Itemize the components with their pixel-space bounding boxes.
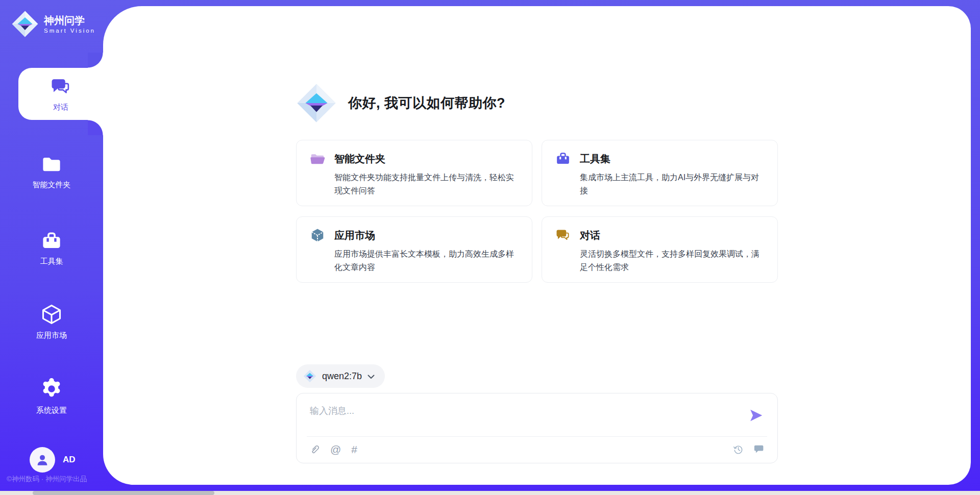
card-smart-folder[interactable]: 智能文件夹 智能文件夹功能支持批量文件上传与清洗，轻松实现文件问答 xyxy=(296,140,532,206)
message-composer: @ # xyxy=(296,393,778,463)
composer-toolbar: @ # xyxy=(297,436,777,463)
app-logo: 神州问学 Smart Vision xyxy=(11,10,95,38)
cube-icon xyxy=(40,303,63,326)
feature-cards: 智能文件夹 智能文件夹功能支持批量文件上传与清洗，轻松实现文件问答 工具集 集成… xyxy=(296,140,778,283)
folder-icon xyxy=(41,154,62,175)
sidebar-item-label: 对话 xyxy=(53,103,68,112)
brand-name: 神州问学 xyxy=(44,15,95,27)
chat-bubbles-icon xyxy=(50,76,71,97)
horizontal-scrollbar-thumb[interactable] xyxy=(33,491,214,495)
sidebar-item-chat[interactable]: 对话 xyxy=(18,68,103,120)
brand-subtitle: Smart Vision xyxy=(44,28,95,34)
gear-icon xyxy=(40,377,63,401)
card-title: 工具集 xyxy=(580,152,764,166)
sidebar-item-toolset[interactable]: 工具集 xyxy=(0,224,103,273)
card-title: 智能文件夹 xyxy=(334,152,519,166)
sidebar-item-label: 系统设置 xyxy=(36,406,67,415)
card-description: 应用市场提供丰富长文本模板，助力高效生成多样化文章内容 xyxy=(334,247,519,274)
card-description: 集成市场上主流工具，助力AI与外界无缝扩展与对接 xyxy=(580,171,764,197)
person-icon xyxy=(35,452,50,467)
mention-button[interactable]: @ xyxy=(330,444,341,455)
sidebar-item-label: 智能文件夹 xyxy=(33,180,71,190)
feedback-button[interactable] xyxy=(754,444,765,455)
card-toolset[interactable]: 工具集 集成市场上主流工具，助力AI与外界无缝扩展与对接 xyxy=(542,140,778,206)
toolbox-icon xyxy=(555,151,571,166)
card-chat[interactable]: 对话 灵活切换多模型文件，支持多样回复效果调试，满足个性化需求 xyxy=(542,216,778,283)
main-panel: 你好, 我可以如何帮助你? 智能文件夹 智能文件夹功能支持批量文件上传与清洗，轻… xyxy=(103,6,971,485)
card-title: 应用市场 xyxy=(334,229,519,242)
horizontal-scrollbar-track[interactable] xyxy=(0,491,980,495)
grid-cube-icon xyxy=(310,228,325,243)
model-selector[interactable]: qwen2:7b xyxy=(296,364,385,388)
history-button[interactable] xyxy=(733,444,744,455)
card-description: 智能文件夹功能支持批量文件上传与清洗，轻松实现文件问答 xyxy=(334,171,519,197)
sidebar-item-label: 工具集 xyxy=(40,257,63,266)
chat-bubbles-icon xyxy=(555,228,571,243)
copyright-footer: ©神州数码 · 神州问学出品 xyxy=(7,475,87,484)
message-input[interactable] xyxy=(297,393,715,421)
send-icon xyxy=(749,408,764,423)
avatar xyxy=(30,447,55,473)
chat-bubble-solid-icon xyxy=(754,444,765,455)
folder-open-icon xyxy=(310,151,325,166)
card-title: 对话 xyxy=(580,229,764,242)
chevron-down-icon xyxy=(368,375,375,379)
sidebar-item-settings[interactable]: 系统设置 xyxy=(0,372,103,420)
tab-curve-bottom xyxy=(88,120,103,135)
sidebar-item-label: 应用市场 xyxy=(36,331,67,340)
model-diamond-icon xyxy=(303,369,316,383)
greeting-diamond-icon xyxy=(296,83,337,123)
history-clock-icon xyxy=(733,444,744,455)
card-description: 灵活切换多模型文件，支持多样回复效果调试，满足个性化需求 xyxy=(580,247,764,274)
user-profile[interactable]: AD xyxy=(30,447,76,473)
hashtag-button[interactable]: # xyxy=(351,444,357,455)
sidebar-item-smart-folder[interactable]: 智能文件夹 xyxy=(0,147,103,196)
greeting-text: 你好, 我可以如何帮助你? xyxy=(348,94,505,112)
greeting: 你好, 我可以如何帮助你? xyxy=(296,83,778,123)
brand-diamond-icon xyxy=(11,10,39,38)
card-app-market[interactable]: 应用市场 应用市场提供丰富长文本模板，助力高效生成多样化文章内容 xyxy=(296,216,532,283)
attach-file-button[interactable] xyxy=(309,444,320,455)
toolbox-icon xyxy=(41,230,62,252)
send-button[interactable] xyxy=(749,408,764,423)
sidebar-item-app-market[interactable]: 应用市场 xyxy=(0,297,103,346)
model-name: qwen2:7b xyxy=(322,371,362,382)
sidebar: 神州问学 Smart Vision 对话 智能文件夹 工具集 xyxy=(0,0,103,495)
tab-curve-top xyxy=(88,53,103,68)
user-name: AD xyxy=(63,455,76,465)
paperclip-icon xyxy=(309,444,320,455)
